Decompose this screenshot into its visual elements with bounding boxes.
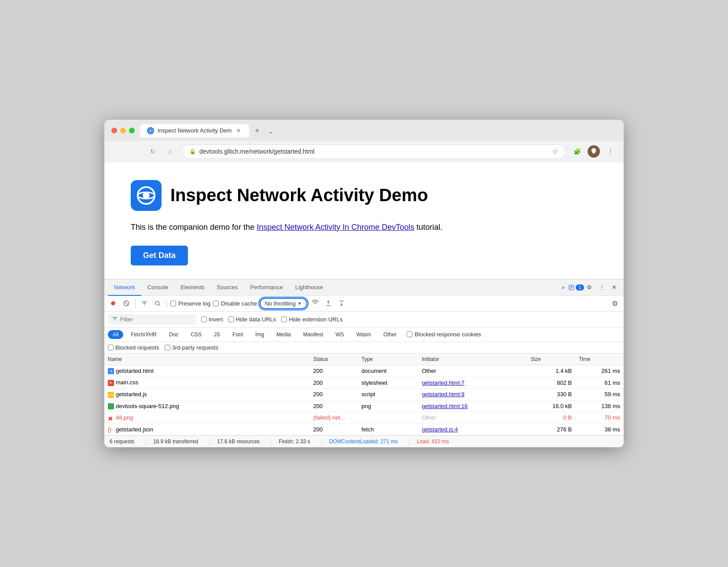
export-har-button[interactable] [336,298,347,309]
tab-sources[interactable]: Sources [211,280,244,296]
devtools-more-button[interactable]: ⋮ [596,281,608,294]
table-row[interactable]: ✎main.css200stylesheetgetstarted.html:78… [104,377,624,389]
row-filename[interactable]: 48.png [116,414,133,421]
devtools-tab-bar: Network Console Elements Sources Perform… [104,280,624,296]
maximize-window-button[interactable] [129,128,135,133]
tab-lighthouse[interactable]: Lighthouse [289,280,330,296]
new-tab-button[interactable]: + [251,125,263,137]
minimize-window-button[interactable] [120,128,126,133]
cell-name: JSgetstarted.js [104,388,310,400]
initiator-text: Other [422,414,436,421]
cell-status: 200 [310,377,358,389]
invert-checkbox[interactable] [201,317,207,322]
search-button[interactable] [152,298,163,309]
type-filter-ws[interactable]: WS [331,330,349,339]
svg-point-1 [150,130,151,132]
throttling-dropdown[interactable]: No throttling ▼ [260,298,307,309]
row-filename[interactable]: devtools-square-512.png [116,403,179,409]
table-row[interactable]: ✖48.png(failed) net...Other0 B70 ms [104,412,624,424]
filter-input[interactable] [120,316,191,323]
table-row[interactable]: JSgetstarted.js200scriptgetstarted.html:… [104,388,624,400]
back-button[interactable]: ← [111,145,124,158]
tab-expand-button[interactable]: ⌄ [265,125,277,137]
row-filename[interactable]: main.css [116,379,138,386]
row-filename[interactable]: getstarted.html [116,368,154,374]
cell-time: 138 ms [575,400,624,412]
initiator-link[interactable]: getstarted.html:7 [422,379,464,386]
blocked-requests-checkbox[interactable] [108,345,114,350]
tab-close-button[interactable]: ✕ [235,127,242,134]
settings-button[interactable]: ⚙ [583,281,596,294]
reload-button[interactable]: ↻ [147,145,159,158]
col-header-status[interactable]: Status [310,353,358,365]
cell-initiator: getstarted.js:4 [418,423,527,435]
cell-size: 0 B [527,412,575,424]
filter-icon [112,316,118,323]
close-window-button[interactable] [111,128,117,133]
status-text: 200 [313,368,323,374]
blocked-cookies-checkbox[interactable] [407,331,412,337]
initiator-link[interactable]: getstarted.html:16 [422,403,467,409]
disable-cache-checkbox[interactable] [213,301,219,306]
clear-button[interactable] [121,298,132,309]
tab-network[interactable]: Network [108,280,141,296]
col-header-type[interactable]: Type [358,353,418,365]
type-filter-font[interactable]: Font [228,330,248,339]
type-filter-fetch-xhr[interactable]: Fetch/XHR [126,330,162,339]
initiator-link[interactable]: getstarted.html:9 [422,391,464,398]
devtools-close-button[interactable]: ✕ [608,281,620,294]
table-row[interactable]: devtools-square-512.png200pnggetstarted.… [104,400,624,412]
status-text: (failed) net... [313,414,345,421]
preserve-log-checkbox[interactable] [170,301,176,306]
col-header-name[interactable]: Name [104,353,310,365]
type-filter-css[interactable]: CSS [186,330,206,339]
hide-ext-urls-checkbox[interactable] [281,317,287,322]
network-conditions-button[interactable] [310,298,320,309]
table-row[interactable]: {}getstarted.json200fetchgetstarted.js:4… [104,423,624,435]
devtools-toolbar: Preserve log Disable cache No throttling… [104,296,624,312]
cell-time: 38 ms [575,423,624,435]
active-tab[interactable]: Inspect Network Activity Dem ✕ [140,124,249,137]
filter-button[interactable] [139,298,150,309]
import-har-button[interactable] [323,298,334,309]
preserve-log-label: Preserve log [170,300,210,307]
col-header-initiator[interactable]: Initiator [418,353,527,365]
type-filter-wasm[interactable]: Wasm [352,330,376,339]
record-button[interactable] [108,298,118,309]
tab-console[interactable]: Console [141,280,175,296]
hide-data-urls-checkbox[interactable] [228,317,234,322]
cell-status: 200 [310,423,358,435]
third-party-checkbox[interactable] [165,345,170,350]
type-filter-other[interactable]: Other [379,330,401,339]
type-filter-js[interactable]: JS [209,330,225,339]
network-settings-button[interactable]: ⚙ [610,298,620,309]
home-button[interactable]: ⌂ [164,145,176,158]
type-filter-doc[interactable]: Doc [164,330,183,339]
bookmark-icon[interactable]: ☆ [552,147,558,156]
console-messages-button[interactable]: 1 [571,281,583,294]
tutorial-link[interactable]: Inspect Network Activity In Chrome DevTo… [257,223,414,232]
row-filename[interactable]: getstarted.js [116,391,147,398]
extensions-button[interactable]: 🧩 [571,145,583,158]
disable-cache-label: Disable cache [213,300,257,307]
table-row[interactable]: ≡getstarted.html200documentOther1.4 kB26… [104,365,624,377]
type-filter-img[interactable]: Img [250,330,269,339]
tab-performance[interactable]: Performance [244,280,289,296]
profile-button[interactable] [588,145,600,158]
get-data-button[interactable]: Get Data [131,246,188,265]
more-menu-button[interactable]: ⋮ [604,145,617,158]
tab-elements[interactable]: Elements [174,280,210,296]
address-bar[interactable]: 🔒 devtools.glitch.me/network/getstarted.… [182,144,566,159]
type-filter-all[interactable]: All [108,330,123,339]
toolbar-separator-1 [135,299,136,308]
col-header-size[interactable]: Size [527,353,575,365]
initiator-link[interactable]: getstarted.js:4 [422,426,458,433]
cell-time: 59 ms [575,388,624,400]
devtools-panel: Network Console Elements Sources Perform… [104,279,624,447]
row-filename[interactable]: getstarted.json [116,426,153,433]
forward-button[interactable]: → [129,145,141,158]
type-filter-media[interactable]: Media [272,330,296,339]
col-header-time[interactable]: Time [575,353,624,365]
cell-size: 16.0 kB [527,400,575,412]
type-filter-manifest[interactable]: Manifest [298,330,328,339]
